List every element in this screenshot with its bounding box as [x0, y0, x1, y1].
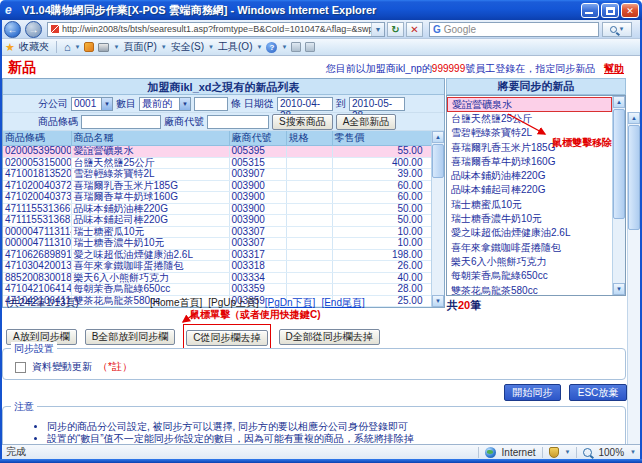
sync-list-item[interactable]: 瑞士糖蜜瓜10元	[447, 198, 612, 212]
favorites-star-icon: ★	[5, 41, 15, 54]
scroll-down-icon[interactable]: ▼	[432, 295, 444, 307]
table-row[interactable]: 4710200403728喜瑞爾乳香玉米片185G00390060.00	[3, 180, 433, 192]
page-link[interactable]: [PgDn下頁]	[265, 297, 316, 308]
sync-list-item[interactable]: 品味本鋪起司棒220G	[447, 183, 612, 197]
help-link[interactable]: 幫助	[604, 63, 624, 74]
table-row[interactable]: 4710626898917愛之味超低油煙健康油2.6L003317198.00	[3, 249, 433, 261]
chevron-down-icon[interactable]: ▼	[565, 449, 571, 455]
window-title: V1.04購物網同步作業[X-POS 雲端商務網] - Windows Inte…	[22, 3, 579, 18]
sync-list-item[interactable]: 喜瑞爾香草牛奶球160G	[447, 155, 612, 169]
title-bar: e V1.04購物網同步作業[X-POS 雲端商務網] - Windows In…	[0, 0, 642, 20]
status-text: 完成	[6, 445, 26, 459]
protected-mode-icon[interactable]	[549, 447, 559, 458]
scroll-thumb[interactable]	[628, 125, 640, 230]
scroll-thumb[interactable]	[613, 109, 625, 219]
help-icon[interactable]: ?	[266, 42, 277, 53]
scroll-thumb[interactable]	[432, 144, 444, 178]
scroll-up-icon[interactable]: ▲	[628, 112, 640, 124]
table-row[interactable]: 0000047113114瑞士糖蜜瓜10元00330710.00	[3, 226, 433, 238]
table-row[interactable]: 4710018135200雪碧輕綠茶寶特2L00390739.00	[3, 169, 433, 181]
start-sync-button[interactable]: 開始同步	[504, 384, 561, 401]
scroll-up-icon[interactable]: ▲	[613, 96, 625, 108]
chevron-down-icon[interactable]: ▼	[281, 44, 287, 50]
tools-menu-button[interactable]: 工具(O)	[218, 40, 252, 54]
refresh-button[interactable]: ↻	[387, 22, 404, 37]
messenger-icon[interactable]	[291, 42, 301, 52]
print-icon[interactable]	[98, 43, 109, 52]
chevron-down-icon[interactable]: ▼	[161, 44, 167, 50]
sync-list-item[interactable]: 愛之味超低油煙健康油2.6L	[447, 226, 612, 240]
zoom-level[interactable]: 100%	[598, 447, 624, 458]
cell-spec	[286, 192, 332, 204]
date-from-input[interactable]: 2010-04-28	[277, 97, 333, 111]
vendor-input[interactable]	[207, 115, 269, 129]
minimize-button[interactable]	[581, 3, 599, 18]
table-scrollbar[interactable]: ▲ ▼	[431, 131, 444, 307]
table-row[interactable]: 4711155313681品味本鋪起司棒220G00390050.00	[3, 215, 433, 227]
cell-spec	[286, 272, 332, 284]
sync-list-item[interactable]: 瑞士糖香濃牛奶10元	[447, 212, 612, 226]
favorites-button[interactable]: 收藏夾	[19, 40, 49, 54]
address-dropdown[interactable]: ▼	[371, 23, 384, 36]
ie-logo-icon: e	[5, 4, 18, 17]
chevron-down-icon[interactable]: ▼	[208, 44, 214, 50]
table-row[interactable]: 4710421064142每朝茉香烏龍綠650cc00335928.00	[3, 284, 433, 296]
sync-settings-legend: 同步設置	[11, 342, 57, 356]
table-row[interactable]: 0200053150008台鹽天然鹽25公斤005315400.00	[3, 157, 433, 169]
safety-menu-button[interactable]: 安全(S)	[171, 40, 204, 54]
branch-select[interactable]: 0001 ▼	[71, 97, 113, 111]
stop-button[interactable]: ✕	[406, 22, 423, 37]
table-row[interactable]: 0200053950004愛誼營礦泉水00539555.00	[3, 146, 433, 158]
count-input[interactable]	[194, 97, 228, 111]
table-row[interactable]: 8852008300185樂天6入小熊餅巧克力00333440.00	[3, 272, 433, 284]
branch-value: 0001	[74, 98, 96, 109]
address-input[interactable]: http://win2008/ts/btsh/searesult1.asp?fr…	[47, 22, 385, 37]
back-button[interactable]: ←	[4, 21, 21, 38]
page-scrollbar[interactable]: ▲ ▼	[627, 112, 640, 444]
cell-name: 品味本鋪起司棒220G	[71, 215, 229, 227]
sync-list-item[interactable]: 台鹽天然鹽25公斤	[447, 112, 612, 126]
forward-button[interactable]: →	[25, 21, 42, 38]
sync-list-item[interactable]: 愛誼營礦泉水	[447, 97, 612, 112]
home-icon[interactable]: ⌂	[64, 41, 71, 53]
chevron-down-icon[interactable]: ▼	[75, 44, 81, 50]
scroll-down-icon[interactable]: ▼	[613, 283, 625, 295]
search-products-button[interactable]: S搜索商品	[272, 114, 333, 130]
all-products-button[interactable]: A全部新品	[336, 114, 397, 130]
chevron-down-icon[interactable]: ▼	[113, 44, 119, 50]
page-menu-button[interactable]: 頁面(P)	[123, 40, 156, 54]
sync-action-button[interactable]: D全部從同步欄去掉	[279, 329, 380, 345]
sync-listbox[interactable]: 愛誼營礦泉水台鹽天然鹽25公斤雪碧輕綠茶寶特2L喜瑞爾乳香玉米片185G喜瑞爾香…	[446, 95, 626, 296]
close-button[interactable]: ✕	[621, 3, 639, 18]
cell-vendor: 005315	[229, 157, 286, 169]
page-key-hint: [PgUp上頁]	[208, 297, 259, 308]
sync-list-item[interactable]: 樂天6入小熊餅巧克力	[447, 255, 612, 269]
page-link[interactable]: [End尾頁]	[321, 297, 364, 308]
date-to-input[interactable]: 2010-05-28	[349, 97, 405, 111]
scroll-up-icon[interactable]: ▲	[432, 131, 444, 143]
chevron-down-icon[interactable]: ▼	[256, 44, 262, 50]
search-input[interactable]: G Google	[429, 22, 599, 37]
barcode-input[interactable]	[81, 115, 161, 129]
sync-action-button[interactable]: C從同步欄去掉	[186, 330, 267, 346]
maximize-button[interactable]	[601, 3, 619, 18]
sync-list-item[interactable]: 品味本鋪奶油棒220G	[447, 169, 612, 183]
sync-list-item[interactable]: 每朝茉香烏龍綠650cc	[447, 269, 612, 283]
esc-cancel-button[interactable]: ESC放棄	[569, 384, 627, 401]
count-select[interactable]: 最前的 ▼	[139, 97, 191, 111]
chevron-down-icon: ▼	[375, 26, 382, 33]
list-scrollbar[interactable]: ▲ ▼	[612, 96, 625, 295]
cell-spec	[286, 261, 332, 273]
data-update-checkbox[interactable]	[15, 362, 26, 373]
table-row[interactable]: 4711155313667品味本鋪奶油棒220G00390050.00	[3, 203, 433, 215]
extra-tool-icon[interactable]	[305, 42, 315, 52]
feeds-icon[interactable]	[84, 42, 94, 52]
sync-action-button[interactable]: B全部放到同步欄	[85, 329, 176, 345]
table-row[interactable]: 0000047113107瑞士糖香濃牛奶10元00330710.00	[3, 238, 433, 250]
search-go-button[interactable]: ▼	[602, 22, 632, 37]
chevron-down-icon[interactable]: ▼	[630, 449, 636, 455]
table-row[interactable]: 4710200403735喜瑞爾香草牛奶球160G00390060.00	[3, 192, 433, 204]
sync-list-item[interactable]: 喜年來拿鐵咖啡蛋捲隨包	[447, 241, 612, 255]
table-row[interactable]: 4710304200131喜年來拿鐵咖啡蛋捲隨包00331826.00	[3, 261, 433, 273]
sync-list-item[interactable]: 雙茶花烏龍茶580cc	[447, 284, 612, 296]
